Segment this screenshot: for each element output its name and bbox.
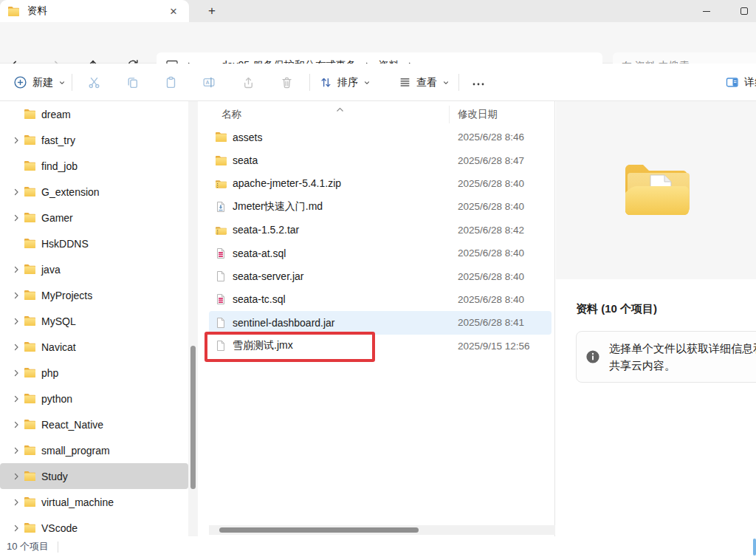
column-header-name[interactable]: 名称 (221, 105, 241, 124)
sidebar-item-VScode[interactable]: VScode (0, 515, 188, 536)
sidebar-item-label: php (41, 367, 58, 379)
ellipsis-icon (472, 76, 485, 89)
file-icon (209, 317, 228, 329)
column-header-date[interactable]: 修改日期 (458, 105, 498, 124)
cut-button[interactable] (82, 64, 106, 101)
horizontal-scrollbar-thumb[interactable] (219, 527, 419, 533)
folder-icon (24, 264, 41, 275)
file-row-seata-1.5.2.tar[interactable]: seata-1.5.2.tar2025/6/28 8:42 (209, 219, 551, 242)
file-row-assets[interactable]: assets2025/6/28 8:46 (209, 126, 551, 148)
sidebar-item-virtual_machine[interactable]: virtual_machine (0, 489, 188, 515)
details-info-text: 选择单个文件以获取详细信息和共享云内容。 (609, 340, 756, 375)
details-info-card: 选择单个文件以获取详细信息和共享云内容。 (576, 331, 756, 383)
more-options-button[interactable] (467, 64, 489, 101)
sidebar-item-small_program[interactable]: small_program (0, 437, 188, 463)
sidebar-item-Gamer[interactable]: Gamer (0, 205, 188, 230)
sidebar-item-Navicat[interactable]: Navicat (0, 334, 188, 360)
chevron-right-icon[interactable] (9, 446, 24, 455)
tab-close-icon[interactable]: ✕ (165, 3, 182, 19)
chevron-right-icon[interactable] (9, 369, 24, 377)
sidebar-item-G_extension[interactable]: G_extension (0, 179, 188, 205)
sidebar-item-fast_try[interactable]: fast_try (0, 127, 188, 153)
folder-icon (24, 134, 41, 146)
sidebar-item-find_job[interactable]: find_job (0, 153, 188, 179)
file-date: 2025/9/15 12:56 (458, 341, 530, 352)
file-name: seata (233, 154, 258, 166)
view-button[interactable]: 查看 (399, 64, 450, 101)
file-row-seata-tc.sql[interactable]: seata-tc.sql2025/6/28 8:40 (209, 288, 551, 311)
chevron-right-icon[interactable] (9, 394, 24, 403)
explorer-tab[interactable]: 资料 ✕ (0, 0, 189, 22)
chevron-right-icon[interactable] (9, 188, 24, 197)
file-row-apache-jmeter-5.4.1.zip[interactable]: apache-jmeter-5.4.1.zip2025/6/28 8:40 (209, 172, 551, 195)
sql-icon (209, 293, 228, 305)
file-name: Jmeter快速入门.md (233, 200, 323, 213)
sidebar-item-python[interactable]: python (0, 386, 188, 411)
sidebar-item-label: fast_try (41, 134, 75, 146)
chevron-right-icon[interactable] (9, 265, 24, 274)
sidebar-item-label: MyProjects (41, 290, 92, 301)
file-list-pane: 名称 修改日期 assets2025/6/28 8:46seata2025/6/… (205, 101, 555, 536)
file-row-seata[interactable]: seata2025/6/28 8:47 (209, 148, 551, 171)
share-button[interactable] (236, 64, 260, 101)
file-row-seata-server.jar[interactable]: seata-server.jar2025/6/28 8:40 (209, 264, 551, 287)
chevron-right-icon[interactable] (9, 420, 24, 429)
sidebar-item-label: Study (41, 471, 68, 482)
zip-icon (209, 178, 228, 189)
file-date: 2025/6/28 8:47 (458, 155, 524, 166)
rename-button[interactable]: A (197, 64, 221, 101)
file-date: 2025/6/28 8:40 (458, 271, 524, 282)
delete-button[interactable] (275, 64, 298, 101)
sidebar-item-Study[interactable]: Study (0, 463, 188, 489)
preview-area (556, 101, 756, 279)
new-button[interactable]: 新建 (13, 64, 66, 101)
file-row-sentinel-dashboard.jar[interactable]: sentinel-dashboard.jar2025/6/28 8:41 (209, 311, 551, 334)
chevron-right-icon[interactable] (9, 136, 24, 145)
chevron-right-icon[interactable] (9, 317, 24, 326)
chevron-right-icon[interactable] (9, 498, 24, 507)
sidebar-item-label: VScode (41, 522, 78, 534)
folder-icon (24, 290, 41, 301)
zip-icon (209, 225, 228, 236)
maximize-button[interactable] (727, 0, 756, 22)
folder-icon (24, 238, 41, 249)
chevron-right-icon[interactable] (9, 472, 24, 481)
folder-icon (209, 131, 228, 143)
sidebar-item-dream[interactable]: dream (0, 101, 188, 127)
column-divider[interactable] (449, 106, 450, 123)
file-row-Jmeter快速入门.md[interactable]: Jmeter快速入门.md2025/6/28 8:40 (209, 195, 551, 218)
file-row-seata-at.sql[interactable]: seata-at.sql2025/6/28 8:40 (209, 242, 551, 264)
sidebar-item-label: Gamer (41, 212, 73, 224)
copy-button[interactable] (120, 64, 144, 101)
folder-icon (24, 471, 41, 482)
sort-button[interactable]: 排序 (320, 64, 371, 101)
paste-button[interactable] (159, 64, 182, 101)
chevron-right-icon[interactable] (9, 213, 24, 222)
file-date: 2025/6/28 8:40 (458, 201, 524, 212)
new-tab-button[interactable]: + (202, 2, 221, 20)
chevron-right-icon[interactable] (9, 291, 24, 300)
sidebar-item-React_Native[interactable]: React_Native (0, 411, 188, 437)
sidebar-item-label: G_extension (41, 186, 100, 198)
sidebar-item-php[interactable]: php (0, 360, 188, 386)
folder-icon (24, 341, 41, 352)
sidebar-item-MySQL[interactable]: MySQL (0, 308, 188, 334)
file-rows: assets2025/6/28 8:46seata2025/6/28 8:47a… (205, 126, 555, 358)
sidebar-scrollbar-thumb[interactable] (190, 346, 196, 489)
sidebar-item-HskDDNS[interactable]: HskDDNS (0, 230, 188, 256)
folder-icon (24, 109, 41, 120)
corner-accent (753, 539, 756, 556)
folder-icon (7, 6, 20, 17)
chevron-right-icon[interactable] (9, 524, 24, 533)
chevron-right-icon[interactable] (9, 343, 24, 352)
sidebar-item-MyProjects[interactable]: MyProjects (0, 282, 188, 308)
details-pane-label: 详细信息 (744, 76, 756, 89)
folder-icon (24, 315, 41, 327)
md-icon (209, 201, 228, 213)
details-pane-toggle[interactable]: 详细信息 (726, 64, 756, 101)
sidebar-item-java[interactable]: java (0, 256, 188, 282)
folder-icon (24, 367, 41, 378)
minimize-button[interactable] (690, 0, 724, 22)
file-row-雪崩测试.jmx[interactable]: 雪崩测试.jmx2025/9/15 12:56 (209, 335, 551, 358)
chevron-down-icon (58, 77, 66, 89)
